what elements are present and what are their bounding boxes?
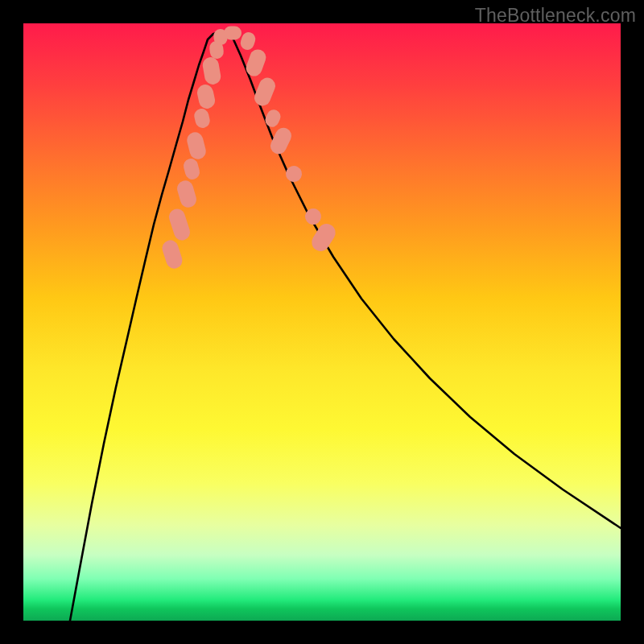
data-marker <box>193 107 212 129</box>
svg-rect-18 <box>308 221 339 254</box>
svg-rect-10 <box>224 27 242 40</box>
chart-svg <box>23 23 621 621</box>
svg-rect-15 <box>268 125 295 156</box>
data-marker <box>175 179 199 209</box>
data-marker <box>239 31 258 52</box>
data-marker <box>268 125 295 156</box>
plot-area <box>23 23 621 621</box>
data-marker <box>182 157 201 181</box>
data-marker <box>160 238 184 270</box>
data-marker <box>196 83 217 110</box>
svg-rect-7 <box>201 56 222 86</box>
bottleneck-curve <box>70 32 621 621</box>
data-marker <box>308 221 339 254</box>
data-marker <box>201 56 222 86</box>
data-marker <box>185 130 208 161</box>
svg-rect-14 <box>263 107 283 129</box>
svg-rect-3 <box>182 157 201 181</box>
svg-rect-5 <box>193 107 212 129</box>
chart-frame: TheBottleneck.com <box>0 0 644 644</box>
svg-rect-4 <box>185 130 208 161</box>
svg-rect-1 <box>167 207 192 242</box>
svg-rect-2 <box>175 179 199 209</box>
data-marker <box>283 163 304 184</box>
svg-rect-0 <box>160 238 184 270</box>
marker-layer <box>160 27 339 271</box>
data-marker <box>167 207 192 242</box>
svg-rect-16 <box>283 163 304 184</box>
data-marker <box>224 27 242 40</box>
svg-rect-11 <box>239 31 258 52</box>
svg-rect-6 <box>196 83 217 110</box>
watermark-text: TheBottleneck.com <box>475 5 636 27</box>
curve-layer <box>70 32 621 621</box>
data-marker <box>263 107 283 129</box>
